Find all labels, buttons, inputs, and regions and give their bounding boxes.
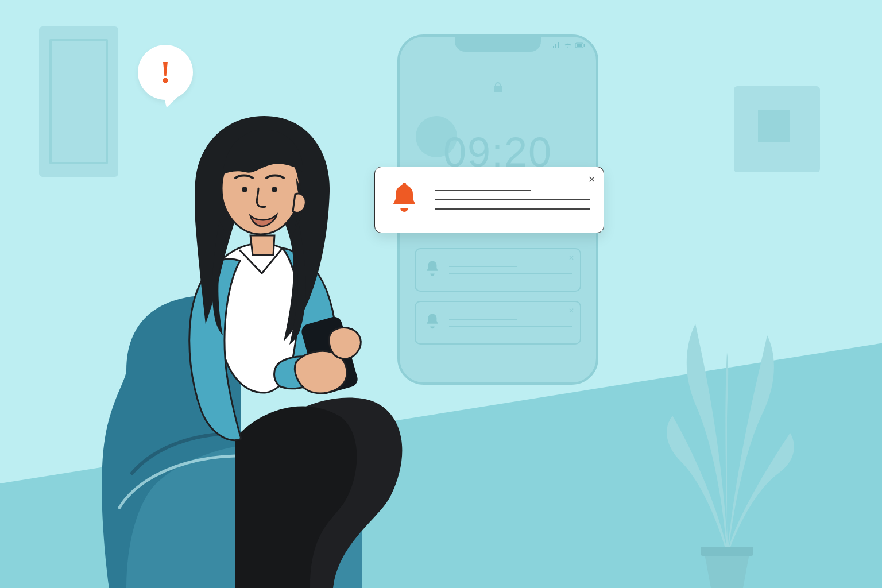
svg-rect-2 bbox=[577, 44, 582, 47]
notification-text-lines bbox=[449, 266, 572, 274]
svg-point-7 bbox=[272, 187, 277, 192]
close-icon[interactable]: ✕ bbox=[568, 307, 574, 315]
person-on-chair bbox=[92, 71, 431, 588]
svg-point-6 bbox=[242, 187, 247, 192]
notification-card[interactable]: ✕ bbox=[415, 301, 581, 345]
wall-frame-right bbox=[734, 86, 820, 172]
notification-text-lines bbox=[449, 319, 572, 327]
status-bar-icons bbox=[552, 42, 586, 48]
close-icon[interactable]: ✕ bbox=[588, 174, 595, 185]
phone-notch bbox=[455, 36, 541, 52]
exclamation-icon: ! bbox=[160, 55, 171, 90]
alert-speech-bubble: ! bbox=[138, 45, 193, 100]
svg-rect-0 bbox=[701, 547, 753, 556]
plant-decoration bbox=[641, 289, 813, 588]
svg-rect-3 bbox=[584, 44, 585, 47]
popup-text-lines bbox=[435, 190, 590, 210]
notification-card[interactable]: ✕ bbox=[415, 248, 581, 292]
illustration-canvas: 09:20 ✕ ✕ bbox=[0, 0, 882, 588]
lock-icon bbox=[493, 82, 503, 95]
close-icon[interactable]: ✕ bbox=[568, 254, 574, 262]
